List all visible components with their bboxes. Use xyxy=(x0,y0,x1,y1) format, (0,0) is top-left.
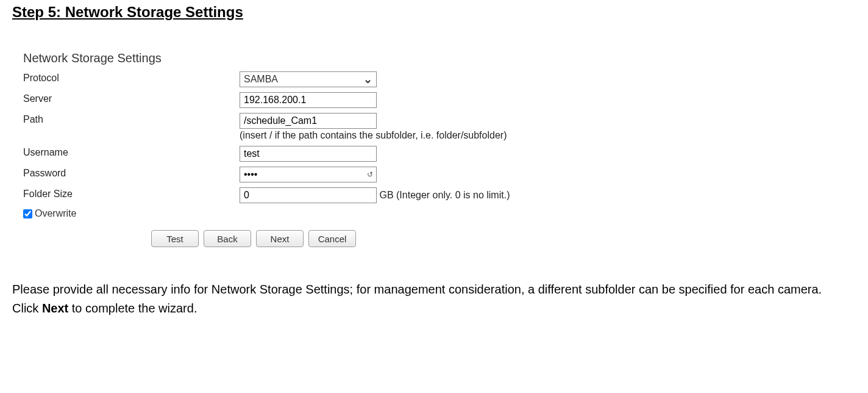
overwrite-checkbox[interactable] xyxy=(23,209,32,218)
path-label: Path xyxy=(23,113,240,125)
path-input[interactable] xyxy=(240,113,377,129)
instructions-line2: Click Next to complete the wizard. xyxy=(12,299,853,318)
overwrite-label: Overwrite xyxy=(35,208,76,219)
instructions-line2-bold: Next xyxy=(42,301,68,315)
settings-form: Network Storage Settings Protocol SAMBA … xyxy=(23,51,856,247)
protocol-label: Protocol xyxy=(23,71,240,84)
server-label: Server xyxy=(23,92,240,104)
chevron-down-icon: ⌄ xyxy=(363,74,372,85)
button-row: Test Back Next Cancel xyxy=(151,230,856,247)
folder-size-hint: GB (Integer only. 0 is no limit.) xyxy=(379,190,510,200)
instructions: Please provide all necessary info for Ne… xyxy=(12,280,853,318)
protocol-value: SAMBA xyxy=(244,74,278,85)
username-input[interactable] xyxy=(240,146,377,162)
back-button[interactable]: Back xyxy=(204,230,251,247)
path-hint: (insert / if the path contains the subfo… xyxy=(240,130,856,141)
test-button[interactable]: Test xyxy=(151,230,199,247)
server-input[interactable] xyxy=(240,92,377,108)
step-title: Step 5: Network Storage Settings xyxy=(12,4,856,21)
protocol-select[interactable]: SAMBA ⌄ xyxy=(240,71,377,87)
instructions-line2-suffix: to complete the wizard. xyxy=(68,301,197,315)
folder-size-label: Folder Size xyxy=(23,187,240,200)
password-label: Password xyxy=(23,167,240,179)
username-label: Username xyxy=(23,146,240,158)
instructions-line2-prefix: Click xyxy=(12,301,42,315)
instructions-line1: Please provide all necessary info for Ne… xyxy=(12,280,853,299)
reveal-password-icon[interactable]: ↺ xyxy=(367,170,373,179)
next-button[interactable]: Next xyxy=(256,230,304,247)
panel-title: Network Storage Settings xyxy=(23,51,856,65)
folder-size-input[interactable] xyxy=(240,187,377,203)
cancel-button[interactable]: Cancel xyxy=(308,230,356,247)
password-input[interactable] xyxy=(240,167,377,182)
